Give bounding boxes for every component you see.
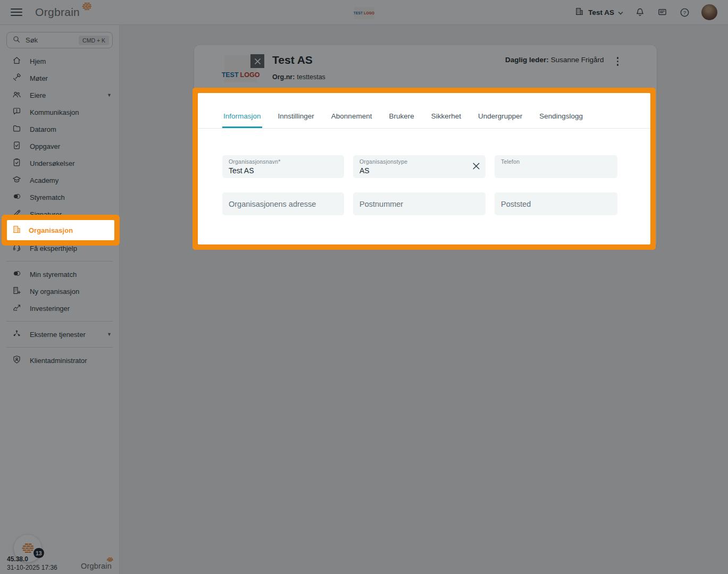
tab-brukere[interactable]: Brukere — [388, 108, 415, 128]
phone-label: Telefon — [501, 158, 611, 165]
app-root: Orgbrain TEST LOGO — [0, 0, 728, 574]
tab-abonnement[interactable]: Abonnement — [330, 108, 373, 128]
clear-icon[interactable] — [472, 162, 481, 172]
tour-highlight-panel: Informasjon Innstillinger Abonnement Bru… — [193, 88, 656, 250]
tab-sendingslogg[interactable]: Sendingslogg — [538, 108, 584, 128]
tab-sikkerhet[interactable]: Sikkerhet — [430, 108, 462, 128]
org-name-field[interactable]: Organisasjonsnavn* Test AS — [222, 155, 344, 178]
tab-informasjon[interactable]: Informasjon — [222, 108, 262, 128]
tour-highlight-organisasjon: Organisasjon — [2, 215, 120, 246]
tour-dim-overlay — [0, 0, 728, 574]
address-field[interactable]: Organisasjonens adresse — [222, 192, 344, 215]
org-name-label: Organisasjonsnavn* — [229, 158, 338, 165]
org-type-label: Organisasjonstype — [359, 158, 479, 165]
org-type-value: AS — [359, 166, 479, 175]
organization-panel: Informasjon Innstillinger Abonnement Bru… — [198, 93, 650, 244]
building-icon — [12, 224, 22, 237]
org-name-value: Test AS — [229, 166, 338, 175]
city-field[interactable]: Poststed — [495, 192, 617, 215]
org-type-field[interactable]: Organisasjonstype AS — [353, 155, 486, 178]
tab-undergrupper[interactable]: Undergrupper — [477, 108, 523, 128]
city-placeholder: Poststed — [501, 200, 531, 208]
postal-code-placeholder: Postnummer — [359, 200, 403, 208]
form-row-1: Organisasjonsnavn* Test AS Organisasjons… — [222, 155, 617, 178]
phone-field[interactable]: Telefon — [495, 155, 617, 178]
tab-innstillinger[interactable]: Innstillinger — [277, 108, 315, 128]
postal-code-field[interactable]: Postnummer — [353, 192, 486, 215]
sidebar-item-organisasjon[interactable]: Organisasjon — [7, 220, 114, 240]
form-row-2: Organisasjonens adresse Postnummer Posts… — [222, 192, 617, 215]
address-placeholder: Organisasjonens adresse — [229, 200, 316, 208]
tab-bar: Informasjon Innstillinger Abonnement Bru… — [198, 108, 650, 129]
sidebar-item-label: Organisasjon — [29, 226, 73, 234]
